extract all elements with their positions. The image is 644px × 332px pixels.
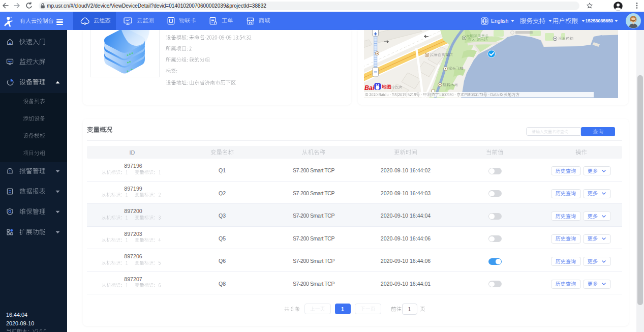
svg-text:Bai: Bai (364, 84, 375, 92)
